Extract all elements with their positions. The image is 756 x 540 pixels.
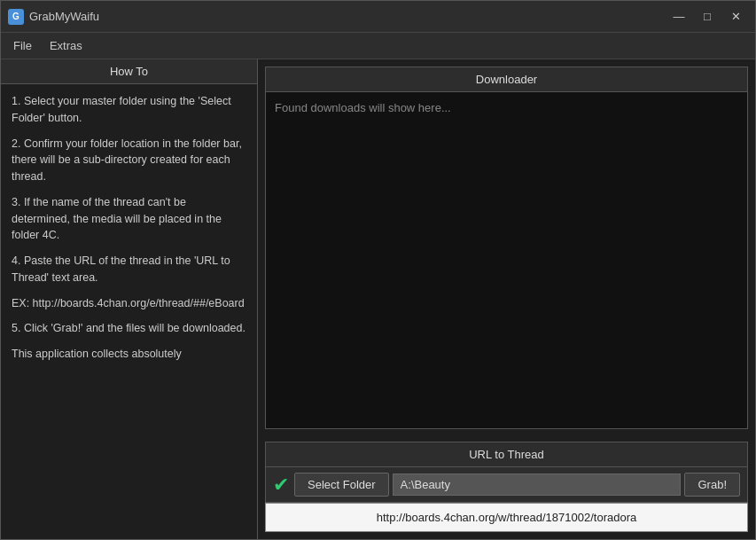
howto-example: EX: http://boards.4chan.org/e/thread/##/… xyxy=(12,295,246,312)
maximize-button[interactable]: □ xyxy=(695,7,720,27)
download-output: Found downloads will show here... xyxy=(265,91,748,429)
howto-header: How To xyxy=(1,59,257,84)
url-section: URL to Thread ✔ Select Folder Grab! xyxy=(265,436,748,532)
menubar: File Extras xyxy=(1,33,755,59)
downloader-section: Downloader Found downloads will show her… xyxy=(265,67,748,429)
titlebar: G GrabMyWaifu — □ ✕ xyxy=(1,1,755,33)
app-icon: G xyxy=(8,9,24,25)
howto-step-4: 4. Paste the URL of the thread in the 'U… xyxy=(12,253,246,286)
downloader-header: Downloader xyxy=(265,67,748,91)
url-label: URL to Thread xyxy=(265,442,748,466)
minimize-button[interactable]: — xyxy=(666,7,691,27)
main-content: How To 1. Select your master folder usin… xyxy=(1,59,755,539)
howto-step-2: 2. Confirm your folder location in the f… xyxy=(12,136,246,185)
left-panel: How To 1. Select your master folder usin… xyxy=(1,59,258,539)
howto-content: 1. Select your master folder using the '… xyxy=(1,84,257,539)
titlebar-controls: — □ ✕ xyxy=(666,7,748,27)
controls-row: ✔ Select Folder Grab! xyxy=(265,466,748,503)
howto-step-3: 3. If the name of the thread can't be de… xyxy=(12,194,246,244)
close-button[interactable]: ✕ xyxy=(723,7,748,27)
right-panel: Downloader Found downloads will show her… xyxy=(258,59,755,539)
download-placeholder: Found downloads will show here... xyxy=(275,101,451,114)
menu-extras[interactable]: Extras xyxy=(41,35,91,56)
folder-path-input[interactable] xyxy=(393,473,682,496)
window-title: GrabMyWaifu xyxy=(29,10,99,23)
menu-file[interactable]: File xyxy=(4,35,41,56)
howto-step-5: 5. Click 'Grab!' and the files will be d… xyxy=(12,320,246,337)
titlebar-left: G GrabMyWaifu xyxy=(8,9,99,25)
grab-button[interactable]: Grab! xyxy=(684,473,740,497)
main-window: G GrabMyWaifu — □ ✕ File Extras How To 1… xyxy=(0,0,756,540)
howto-note: This application collects absolutely xyxy=(12,346,246,363)
howto-step-1: 1. Select your master folder using the '… xyxy=(12,93,246,127)
select-folder-button[interactable]: Select Folder xyxy=(294,473,389,497)
checkmark-icon: ✔ xyxy=(273,473,289,497)
url-input[interactable] xyxy=(265,503,748,532)
